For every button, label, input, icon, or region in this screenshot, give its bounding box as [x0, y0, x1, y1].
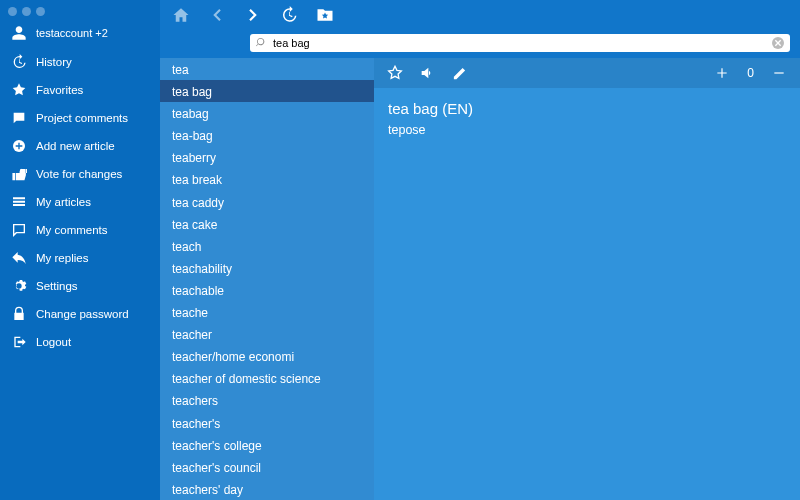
sidebar-item-project-comments[interactable]: Project comments	[0, 104, 160, 132]
project-comments-icon	[10, 109, 28, 127]
sidebar-item-my-articles[interactable]: My articles	[0, 188, 160, 216]
detail-toolbar: 0	[374, 58, 800, 88]
minus-button[interactable]	[770, 64, 788, 82]
headword: tea bag (EN)	[388, 100, 786, 117]
sidebar-item-change-password[interactable]: Change password	[0, 300, 160, 328]
sidebar-item-label: Logout	[36, 336, 71, 348]
plus-button[interactable]	[713, 64, 731, 82]
wordlist[interactable]: teatea bagteabagtea-bagteaberrytea break…	[160, 58, 374, 500]
sidebar-item-add-new-article[interactable]: Add new article	[0, 132, 160, 160]
wordlist-item[interactable]: teachers' day	[160, 478, 374, 500]
favorite-button[interactable]	[386, 64, 404, 82]
sidebar-item-settings[interactable]: Settings	[0, 272, 160, 300]
translation: tepose	[388, 123, 786, 137]
add-new-article-icon	[10, 137, 28, 155]
audio-button[interactable]	[418, 64, 436, 82]
window-minimize-icon[interactable]	[22, 7, 31, 16]
detail-panel: 0 tea bag (EN) tepose	[374, 58, 800, 500]
sidebar-item-my-replies[interactable]: My replies	[0, 244, 160, 272]
sidebar-item-label: Project comments	[36, 112, 128, 124]
sidebar-item-label: My comments	[36, 224, 108, 236]
sidebar: testaccount +2 HistoryFavoritesProject c…	[0, 0, 160, 500]
home-button[interactable]	[170, 4, 192, 26]
search-icon	[256, 34, 267, 52]
wordlist-item[interactable]: teacher of domestic science	[160, 367, 374, 389]
sidebar-item-label: My articles	[36, 196, 91, 208]
sidebar-item-label: Change password	[36, 308, 129, 320]
logout-icon	[10, 333, 28, 351]
history-icon	[10, 53, 28, 71]
clear-search-button[interactable]	[772, 37, 784, 49]
vote-for-changes-icon	[10, 165, 28, 183]
forward-button[interactable]	[242, 4, 264, 26]
window-controls	[0, 0, 160, 18]
my-comments-icon	[10, 221, 28, 239]
wordlist-item[interactable]: teachability	[160, 257, 374, 279]
wordlist-item[interactable]: teacher's	[160, 412, 374, 434]
sidebar-item-vote-for-changes[interactable]: Vote for changes	[0, 160, 160, 188]
user-icon	[10, 24, 28, 42]
content-split: teatea bagteabagtea-bagteaberrytea break…	[160, 58, 800, 500]
wordlist-item[interactable]: tea	[160, 58, 374, 80]
sidebar-item-label: History	[36, 56, 72, 68]
favorites-folder-button[interactable]	[314, 4, 336, 26]
wordlist-item[interactable]: teabag	[160, 102, 374, 124]
sidebar-item-logout[interactable]: Logout	[0, 328, 160, 356]
sidebar-item-favorites[interactable]: Favorites	[0, 76, 160, 104]
wordlist-item[interactable]: teachers	[160, 389, 374, 411]
wordlist-item[interactable]: teacher's college	[160, 434, 374, 456]
settings-icon	[10, 277, 28, 295]
sidebar-item-label: Settings	[36, 280, 78, 292]
wordlist-item[interactable]: tea bag	[160, 80, 374, 102]
history-button[interactable]	[278, 4, 300, 26]
back-button[interactable]	[206, 4, 228, 26]
sidebar-item-my-comments[interactable]: My comments	[0, 216, 160, 244]
wordlist-item[interactable]: teaberry	[160, 146, 374, 168]
change-password-icon	[10, 305, 28, 323]
search-bar	[250, 34, 790, 52]
nav-toolbar	[160, 0, 800, 30]
window-zoom-icon[interactable]	[36, 7, 45, 16]
wordlist-item[interactable]: teacher's council	[160, 456, 374, 478]
main-area: teatea bagteabagtea-bagteaberrytea break…	[160, 0, 800, 500]
sidebar-item-label: Vote for changes	[36, 168, 122, 180]
wordlist-item[interactable]: tea-bag	[160, 124, 374, 146]
favorites-icon	[10, 81, 28, 99]
wordlist-item[interactable]: tea cake	[160, 213, 374, 235]
wordlist-item[interactable]: teach	[160, 235, 374, 257]
search-row	[160, 30, 800, 58]
my-replies-icon	[10, 249, 28, 267]
wordlist-item[interactable]: teacher	[160, 323, 374, 345]
wordlist-item[interactable]: tea caddy	[160, 191, 374, 213]
sidebar-item-label: Favorites	[36, 84, 83, 96]
wordlist-item[interactable]: teacher/home economi	[160, 345, 374, 367]
detail-body: tea bag (EN) tepose	[374, 88, 800, 149]
vote-count: 0	[745, 66, 756, 80]
sidebar-item-history[interactable]: History	[0, 48, 160, 76]
wordlist-item[interactable]: tea break	[160, 168, 374, 190]
window-close-icon[interactable]	[8, 7, 17, 16]
user-account[interactable]: testaccount +2	[0, 18, 160, 48]
search-input[interactable]	[273, 37, 766, 49]
wordlist-item[interactable]: teache	[160, 301, 374, 323]
user-label: testaccount +2	[36, 27, 108, 39]
sidebar-item-label: Add new article	[36, 140, 115, 152]
sidebar-item-label: My replies	[36, 252, 88, 264]
my-articles-icon	[10, 193, 28, 211]
wordlist-item[interactable]: teachable	[160, 279, 374, 301]
edit-button[interactable]	[450, 64, 468, 82]
